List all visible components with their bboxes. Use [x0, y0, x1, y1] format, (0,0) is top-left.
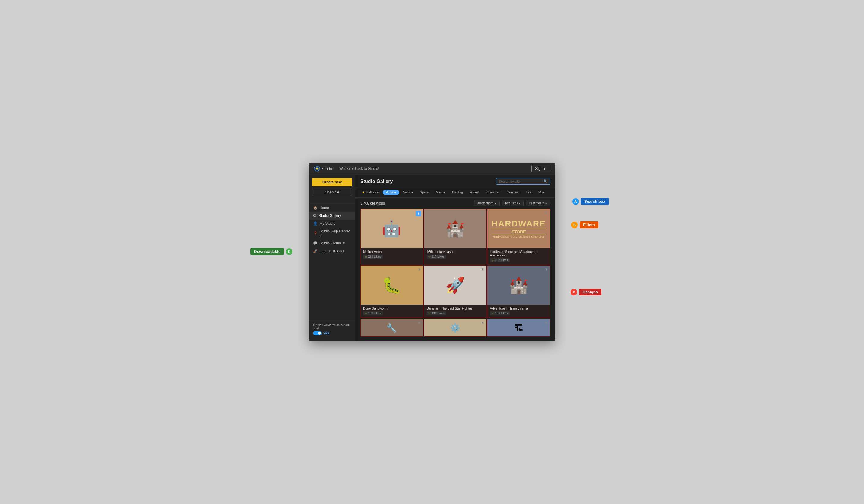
all-creations-dropdown[interactable]: All creations: [474, 200, 500, 206]
annotation-c-circle: C: [571, 289, 577, 296]
card-info-dune-sandworm: Dune Sandworm ☆ 151 Likes: [361, 305, 423, 318]
annotation-a-label: Search box: [581, 198, 609, 205]
likes-count-gunstar: 136 Likes: [432, 312, 445, 315]
past-month-dropdown[interactable]: Past month: [526, 200, 550, 206]
sidebar-item-label-forum: Studio Forum ↗: [320, 241, 345, 245]
filter-tab-popular[interactable]: Popular: [383, 190, 399, 195]
gallery-card-dune-sandworm[interactable]: 🐛 👁 Dune Sandworm ☆ 151 Likes: [360, 265, 423, 318]
sidebar-item-label-tutorial: Launch Tutorial: [320, 249, 344, 253]
filter-tab-character[interactable]: Character: [483, 190, 503, 195]
home-icon: 🏠: [313, 206, 318, 210]
card-likes-gunstar: ☆ 136 Likes: [427, 311, 484, 315]
card-thumbnail-transylvania: 🏰 👁: [488, 266, 550, 305]
card-info-mining-mech: Mining Mech ☆ 229 Likes: [361, 248, 423, 261]
staff-picks-label: Staff Picks: [366, 191, 380, 194]
likes-badge-transylvania: ☆ 136 Likes: [490, 311, 510, 315]
annotation-d-label: Downloadable: [251, 248, 284, 255]
filter-tab-space[interactable]: Space: [417, 190, 432, 195]
gallery-card-partial1[interactable]: 🔧 👁: [360, 319, 423, 337]
filter-dropdowns: All creations Total likes Past month: [474, 200, 550, 206]
total-likes-dropdown[interactable]: Total likes: [502, 200, 524, 206]
annotation-b-circle: B: [571, 222, 578, 228]
gallery-card-castle[interactable]: 🏰 👁 16th century castle ☆ 217 Likes: [424, 209, 487, 265]
sidebar-item-my-studio[interactable]: 👤 My Studio: [309, 219, 355, 227]
logo-text: studio: [322, 166, 333, 171]
card-info-hardware-store: Hardware Store and Apartment Renovation …: [488, 248, 550, 265]
filter-tab-life[interactable]: Life: [524, 190, 534, 195]
search-input[interactable]: [499, 180, 541, 183]
filter-tab-vehicle[interactable]: Vehicle: [400, 190, 416, 195]
sign-in-button[interactable]: Sign in: [531, 165, 550, 172]
content-header: Studio Gallery 🔍: [356, 175, 555, 188]
card-thumbnail-dune-sandworm: 🐛 👁: [361, 266, 423, 305]
sidebar-item-label-home: Home: [320, 206, 329, 210]
gallery-icon: 🖼: [313, 214, 317, 218]
likes-count-dune-sandworm: 151 Likes: [368, 312, 381, 315]
card-title-mining-mech: Mining Mech: [363, 250, 421, 253]
sidebar-item-home[interactable]: 🏠 Home: [309, 204, 355, 212]
card-title-castle: 16th century castle: [427, 250, 484, 253]
gallery-toolbar: 1,768 creations All creations Total like…: [356, 198, 555, 209]
annotation-c-label: Designs: [579, 289, 601, 296]
card-info-transylvania: Adventure in Transylvania ☆ 136 Likes: [488, 305, 550, 318]
sidebar-divider: [309, 202, 355, 202]
card-title-gunstar: Gunstar - The Last Star Fighter: [427, 307, 484, 310]
open-file-button[interactable]: Open file: [312, 188, 352, 196]
gallery-card-mining-mech[interactable]: 🤖 ⬇ Mining Mech ☆ 229 Likes: [360, 209, 423, 265]
eye-icon-partial3: 👁: [544, 321, 548, 325]
create-new-button[interactable]: Create new: [312, 178, 352, 186]
logo-icon: [314, 165, 320, 172]
gallery-card-transylvania[interactable]: 🏰 👁 Adventure in Transylvania ☆ 136 Like…: [487, 265, 550, 318]
card-thumbnail-gunstar: 🚀 👁: [424, 266, 487, 305]
likes-count-mining-mech: 229 Likes: [368, 255, 381, 258]
annotation-d: D Downloadable: [251, 248, 292, 255]
likes-count-castle: 217 Likes: [432, 255, 445, 258]
card-thumbnail-hardware-store: HARDWARE STORE Hardware Store and Apartm…: [488, 209, 550, 248]
logo: studio: [314, 165, 333, 172]
gallery-card-gunstar[interactable]: 🚀 👁 Gunstar - The Last Star Fighter ☆ 13…: [424, 265, 487, 318]
search-box[interactable]: 🔍: [496, 178, 550, 185]
annotation-d-circle: D: [286, 248, 292, 255]
welcome-message: Welcome back to Studio!: [339, 167, 531, 171]
sidebar-item-tutorial[interactable]: 🚀 Launch Tutorial: [309, 247, 355, 255]
download-icon-mining-mech[interactable]: ⬇: [416, 211, 421, 216]
filter-tab-misc[interactable]: Misc: [536, 190, 548, 195]
card-thumbnail-partial3: 🏗 👁: [488, 319, 550, 337]
eye-icon-partial2: 👁: [481, 321, 484, 325]
card-likes-transylvania: ☆ 136 Likes: [490, 311, 548, 315]
sidebar-item-studio-gallery[interactable]: 🖼 Studio Gallery: [309, 212, 355, 219]
search-icon: 🔍: [543, 179, 548, 183]
likes-badge-dune-sandworm: ☆ 151 Likes: [363, 311, 383, 315]
welcome-toggle-switch[interactable]: [313, 331, 322, 335]
gallery-card-partial2[interactable]: ⚙️ 👁: [424, 319, 487, 337]
likes-badge-hardware-store: ☆ 207 Likes: [490, 258, 510, 262]
eye-icon-hardware: 👁: [544, 211, 548, 215]
content-area: Studio Gallery 🔍 ★ Staff Picks Popular V…: [356, 175, 555, 341]
sidebar-item-forum[interactable]: 💬 Studio Forum ↗: [309, 239, 355, 247]
gallery-card-partial3[interactable]: 🏗 👁: [487, 319, 550, 337]
sidebar-item-label-my-studio: My Studio: [320, 221, 335, 226]
card-info-castle: 16th century castle ☆ 217 Likes: [424, 248, 487, 261]
filter-tab-seasonal[interactable]: Seasonal: [504, 190, 522, 195]
gallery-card-hardware-store[interactable]: HARDWARE STORE Hardware Store and Apartm…: [487, 209, 550, 265]
likes-badge-castle: ☆ 217 Likes: [427, 255, 446, 259]
my-studio-icon: 👤: [313, 221, 318, 226]
filter-tab-mecha[interactable]: Mecha: [433, 190, 448, 195]
eye-icon-castle: 👁: [481, 211, 484, 215]
filter-tab-staff-picks[interactable]: ★ Staff Picks: [360, 190, 382, 195]
card-thumbnail-castle: 🏰 👁: [424, 209, 487, 248]
annotation-a-circle: A: [573, 198, 579, 205]
filter-tab-building[interactable]: Building: [449, 190, 466, 195]
card-title-hardware-store: Hardware Store and Apartment Renovation: [490, 250, 548, 257]
filter-tab-animal[interactable]: Animal: [467, 190, 482, 195]
toggle-row: YES: [313, 331, 351, 335]
likes-star-icon: ☆: [429, 255, 431, 258]
likes-count-transylvania: 136 Likes: [495, 312, 508, 315]
sidebar-item-help-center[interactable]: ❓ Studio Help Center ↗: [309, 227, 355, 239]
card-likes-dune-sandworm: ☆ 151 Likes: [363, 311, 421, 315]
likes-count-hardware-store: 207 Likes: [495, 259, 508, 262]
card-thumbnail-partial2: ⚙️ 👁: [424, 319, 487, 337]
tutorial-icon: 🚀: [313, 249, 318, 253]
annotation-b-label: Filters: [579, 221, 599, 228]
annotation-a: A Search box: [573, 198, 609, 205]
